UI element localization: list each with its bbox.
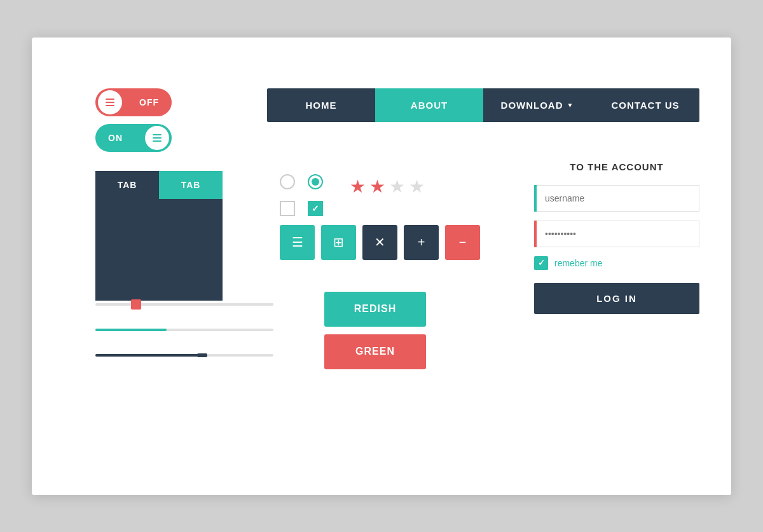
checkmark-icon: ✓	[312, 203, 319, 214]
navbar: HOME ABOUT DOWNLOAD ▼ CONTACT US	[267, 88, 699, 122]
slider-fill-dark	[95, 354, 202, 357]
tabs-section: TAB TAB	[95, 171, 223, 301]
tabs-header: TAB TAB	[95, 171, 223, 199]
star-4[interactable]: ★	[409, 176, 425, 197]
slider-thumb-red[interactable]	[131, 299, 141, 310]
login-section: TO THE ACCOUNT ✓ remeber me LOG IN	[534, 161, 699, 314]
nav-label-home: HOME	[306, 100, 337, 111]
password-wrapper	[534, 221, 699, 247]
nav-item-home[interactable]: HOME	[267, 88, 375, 122]
tab-2[interactable]: TAB	[159, 171, 223, 199]
toggle-on-label: ON	[108, 133, 123, 143]
close-icon-btn[interactable]: ✕	[362, 225, 397, 260]
nav-item-about[interactable]: ABOUT	[375, 88, 483, 122]
thumb-line	[106, 99, 114, 100]
toggle-off-label: OFF	[139, 97, 159, 107]
checkbox-unchecked[interactable]	[280, 201, 295, 216]
chevron-down-icon: ▼	[567, 102, 574, 109]
thumb-line	[106, 102, 114, 103]
green-button[interactable]: GREEN	[324, 334, 426, 369]
slider-fill-red	[140, 303, 273, 306]
star-2[interactable]: ★	[369, 176, 385, 197]
slider-track-dark	[95, 354, 273, 357]
login-title: TO THE ACCOUNT	[534, 161, 699, 172]
minus-icon: −	[459, 235, 467, 250]
plus-icon: +	[418, 235, 425, 250]
menu-icon: ☰	[292, 235, 303, 250]
checkbox-row: ✓	[280, 201, 323, 216]
toggle-thumb-on	[145, 126, 169, 150]
thumb-line	[153, 140, 162, 142]
star-3[interactable]: ★	[389, 176, 405, 197]
nav-item-download[interactable]: DOWNLOAD ▼	[483, 88, 591, 122]
tab-content	[95, 199, 223, 301]
toggle-on[interactable]: ON	[95, 124, 172, 152]
password-input[interactable]	[534, 221, 699, 247]
nav-item-contact[interactable]: CONTACT US	[591, 88, 699, 122]
password-accent	[534, 221, 537, 247]
main-card: OFF ON HOME ABOUT DOWNLOAD ▼ CONTACT US	[32, 38, 731, 495]
remember-row: ✓ remeber me	[534, 256, 699, 270]
toggle-thumb-off	[98, 90, 122, 114]
minus-icon-btn[interactable]: −	[445, 225, 480, 260]
tab-1[interactable]: TAB	[95, 171, 159, 199]
grid-icon: ⊞	[333, 235, 344, 250]
redish-button[interactable]: REDISH	[324, 292, 426, 327]
slider-row-red	[95, 298, 273, 311]
slider-row-teal	[95, 324, 273, 336]
radio-check-section: ✓	[280, 174, 323, 216]
slider-track-teal	[95, 329, 273, 331]
menu-icon-btn[interactable]: ☰	[280, 225, 315, 260]
remember-checkbox[interactable]: ✓	[534, 256, 548, 270]
thumb-lines-on	[153, 134, 162, 142]
toggle-off[interactable]: OFF	[95, 88, 172, 116]
radio-inner	[312, 178, 319, 186]
thumb-line	[106, 105, 114, 106]
nav-label-contact: CONTACT US	[611, 100, 679, 111]
nav-label-download: DOWNLOAD	[501, 100, 563, 111]
tab-1-label: TAB	[118, 180, 137, 190]
icon-buttons-section: ☰ ⊞ ✕ + −	[280, 225, 480, 260]
radio-selected[interactable]	[308, 174, 323, 189]
slider-fill-teal	[95, 329, 167, 331]
sliders-section	[95, 298, 273, 374]
slider-track-red	[95, 303, 273, 306]
grid-icon-btn[interactable]: ⊞	[321, 225, 356, 260]
nav-label-about: ABOUT	[411, 100, 448, 111]
add-icon-btn[interactable]: +	[404, 225, 439, 260]
star-1[interactable]: ★	[350, 176, 366, 197]
thumb-line	[153, 134, 162, 135]
username-wrapper	[534, 185, 699, 212]
thumb-lines-off	[106, 99, 114, 106]
toggles-section: OFF ON	[95, 88, 172, 160]
tab-2-label: TAB	[181, 180, 201, 190]
username-input[interactable]	[534, 185, 699, 212]
close-icon: ✕	[375, 235, 385, 250]
checkbox-checked[interactable]: ✓	[308, 201, 323, 216]
login-button[interactable]: LOG IN	[534, 283, 699, 314]
checkmark-icon: ✓	[538, 258, 545, 268]
slider-row-dark	[95, 349, 273, 362]
slider-thumb-dark[interactable]	[197, 353, 207, 357]
stars-section: ★ ★ ★ ★	[350, 176, 425, 197]
remember-label: remeber me	[554, 258, 602, 268]
thumb-line	[153, 137, 162, 139]
color-buttons-section: REDISH GREEN	[324, 292, 426, 369]
radio-unselected[interactable]	[280, 174, 295, 189]
username-accent	[534, 185, 537, 212]
radio-row	[280, 174, 323, 189]
